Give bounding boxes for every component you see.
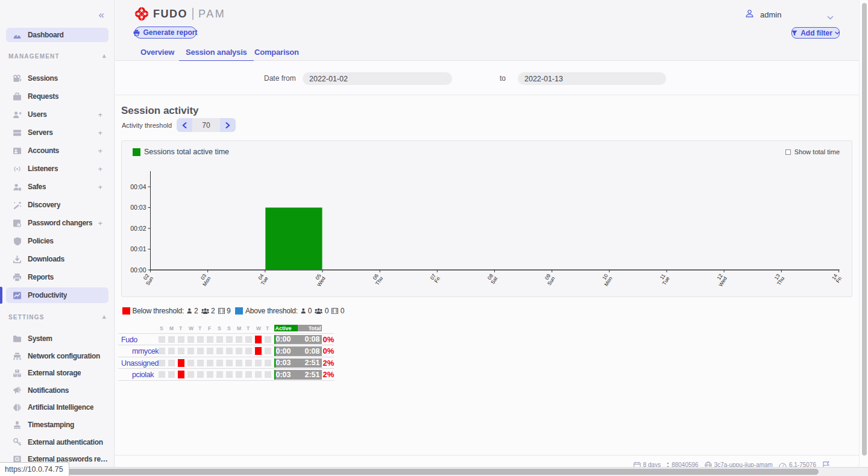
day-activity-cell — [245, 336, 252, 343]
sidebar-section-settings[interactable]: SETTINGS▴ — [8, 314, 45, 321]
threshold-increase-button[interactable] — [220, 118, 236, 132]
row-name-link[interactable]: mmycek — [132, 347, 159, 355]
date-to-value: 2022-01-13 — [524, 75, 563, 83]
generate-report-button[interactable]: Generate report — [134, 27, 197, 39]
sidebar-item-system[interactable]: System — [6, 331, 108, 346]
sidebar-item-notifications[interactable]: Notifications — [6, 383, 108, 398]
sidebar-item-label: Downloads — [28, 255, 64, 263]
sidebar-collapse-icon[interactable]: « — [99, 9, 104, 21]
chart-line-icon — [13, 291, 22, 300]
horizontal-scrollbar-thumb[interactable] — [4, 469, 819, 475]
above-users-count: 0 — [301, 307, 312, 315]
sidebar-item-timestamping[interactable]: Timestamping — [6, 417, 108, 433]
sidebar-item-productivity[interactable]: Productivity — [6, 287, 108, 303]
sidebar-item-label: Accounts — [28, 146, 59, 155]
active-percent: 2% — [323, 359, 335, 368]
wand-icon — [13, 201, 22, 210]
sidebar-item-label: Listeners — [28, 164, 58, 173]
main-content: Session activity Activity threshold 70 S… — [115, 95, 868, 455]
active-item-indicator — [0, 287, 2, 304]
expand-plus-icon[interactable]: + — [98, 128, 102, 137]
download-icon — [13, 255, 22, 264]
sidebar-item-reports[interactable]: Reports — [6, 269, 108, 285]
sidebar-item-listeners[interactable]: Listeners+ — [6, 161, 108, 177]
x-tick-label: 11Tue — [657, 272, 671, 286]
day-letter: W — [189, 325, 193, 331]
below-users-value: 2 — [194, 307, 198, 315]
activity-threshold-label: Activity threshold — [122, 122, 172, 129]
day-letter: T — [179, 325, 182, 331]
expand-plus-icon[interactable]: + — [98, 164, 102, 174]
sidebar-item-sessions[interactable]: Sessions — [6, 70, 108, 86]
sidebar-item-discovery[interactable]: Discovery — [6, 197, 108, 213]
dashboard-icon — [13, 31, 22, 40]
above-groups-value: 0 — [325, 307, 329, 315]
stamp-icon — [13, 421, 22, 430]
horizontal-scrollbar-track[interactable] — [0, 467, 868, 476]
tab-session-analysis[interactable]: Session analysis — [186, 48, 247, 57]
server-icon — [13, 128, 22, 137]
expand-plus-icon[interactable]: + — [98, 110, 102, 119]
table-row: Unassigned0:032:512% — [118, 357, 334, 369]
sidebar-item-dashboard[interactable]: Dashboard — [6, 28, 108, 42]
sidebar-item-label: Requests — [28, 92, 58, 101]
day-activity-cell — [168, 360, 175, 366]
tab-overview[interactable]: Overview — [140, 48, 174, 57]
vertical-scrollbar[interactable] — [862, 3, 867, 456]
y-tick-label: 00:02 — [130, 225, 146, 232]
day-activity-cell — [226, 360, 233, 366]
sidebar-section-management[interactable]: MANAGEMENT▴ — [8, 53, 60, 60]
sidebar-item-downloads[interactable]: Downloads — [6, 251, 108, 267]
sidebar-item-users[interactable]: Users+ — [6, 107, 108, 122]
sidebar-item-external-authentication[interactable]: External authentication — [6, 434, 108, 450]
threshold-legend: Below threshold: 2 2 9 Above threshold: … — [122, 307, 344, 315]
day-activity-cell — [265, 336, 271, 343]
row-name-link[interactable]: pciolak — [132, 371, 154, 379]
day-activity-cell — [216, 360, 223, 366]
active-total-bar: 0:000:08 — [274, 335, 322, 345]
day-activity-cell — [236, 348, 242, 354]
row-name-link[interactable]: Unassigned — [121, 359, 159, 368]
sidebar-item-safes[interactable]: Safes+ — [6, 179, 108, 195]
x-tick-label: 10Mon — [599, 272, 614, 287]
date-to-input[interactable]: 2022-01-13 — [518, 72, 666, 85]
expand-plus-icon[interactable]: + — [98, 183, 102, 192]
date-from-input[interactable]: 2022-01-02 — [303, 72, 452, 85]
sidebar-item-external-storage[interactable]: External storage — [6, 365, 108, 381]
day-letter: S — [227, 325, 231, 331]
storage-icon — [13, 369, 22, 378]
sidebar-item-password-changers[interactable]: Password changers+ — [6, 215, 108, 231]
sidebar-item-network-configuration[interactable]: Network configuration — [6, 348, 108, 364]
active-total-bar: 0:032:51 — [274, 370, 322, 380]
x-tick-label: 14Fri — [830, 272, 843, 284]
row-name-link[interactable]: Fudo — [121, 336, 137, 344]
x-tick-label: 02Sun — [140, 272, 155, 286]
user-menu[interactable]: admin — [745, 9, 781, 20]
day-activity-cell — [255, 371, 262, 378]
sidebar-item-artificial-intelligence[interactable]: Artificial Intelligence — [6, 399, 108, 415]
day-activity-cell — [245, 371, 252, 378]
day-letter: T — [198, 325, 201, 331]
x-tick-label: 05Wed — [312, 272, 327, 287]
day-activity-cell — [245, 348, 252, 354]
expand-plus-icon[interactable]: + — [98, 146, 102, 155]
tab-comparison[interactable]: Comparison — [254, 48, 299, 57]
add-filter-button[interactable]: Add filter — [791, 27, 840, 39]
day-activity-cell — [216, 348, 223, 354]
sidebar-item-label: Policies — [28, 237, 54, 245]
key-icon — [13, 437, 22, 446]
sidebar-item-policies[interactable]: Policies — [6, 233, 108, 249]
sidebar-item-label: System — [28, 334, 52, 343]
threshold-decrease-button[interactable] — [177, 118, 192, 132]
expand-plus-icon[interactable]: + — [98, 219, 102, 228]
sidebar-item-accounts[interactable]: Accounts+ — [6, 143, 108, 158]
day-activity-cell — [187, 360, 194, 366]
app-logo: FUDO PAM — [134, 7, 225, 21]
page-title: Session activity — [121, 105, 199, 117]
active-total-bar: 0:032:51 — [274, 359, 322, 368]
sidebar-item-servers[interactable]: Servers+ — [6, 125, 108, 140]
sidebar-item-label: Timestamping — [28, 421, 74, 429]
chart-bar[interactable] — [265, 208, 322, 271]
sidebar-item-requests[interactable]: Requests — [6, 89, 108, 104]
table-row: Fudo0:000:080% — [118, 334, 334, 346]
